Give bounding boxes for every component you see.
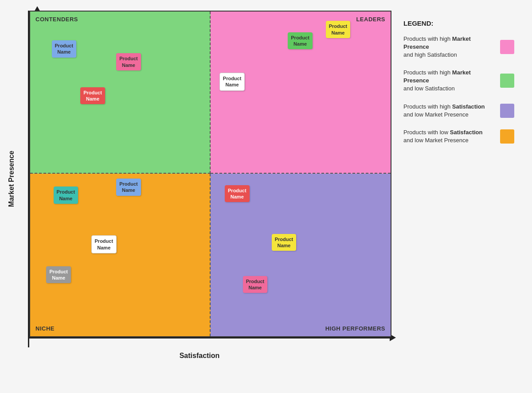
chart-area: Market Presence CONTENDERS ProductName — [4, 11, 395, 360]
quadrants: CONTENDERS ProductName ProductName Produ… — [29, 11, 391, 337]
product-card: ProductName — [225, 185, 250, 202]
product-card: ProductName — [272, 234, 297, 251]
chart-with-yaxis: Market Presence CONTENDERS ProductName — [8, 11, 391, 347]
legend-text-niche: Products with low Satisfactionand low Ma… — [403, 128, 496, 144]
leaders-label: LEADERS — [356, 16, 385, 23]
quadrant-grid: CONTENDERS ProductName ProductName Produ… — [29, 11, 391, 337]
legend-text-contenders: Products with high Market Presenceand lo… — [403, 69, 496, 93]
legend-item-highperf: Products with high Satisfactionand low M… — [403, 103, 514, 119]
legend-item-contenders: Products with high Market Presenceand lo… — [403, 69, 514, 93]
product-card: ProductName — [326, 21, 351, 38]
x-axis-line — [28, 337, 391, 339]
product-card: ProductName — [46, 266, 71, 284]
legend-color-highperf — [500, 104, 514, 118]
product-card: ProductName — [116, 179, 141, 196]
legend-title: LEGEND: — [403, 19, 514, 27]
product-card: ProductName — [91, 235, 117, 253]
product-card: ProductName — [116, 53, 141, 70]
legend-color-niche — [500, 129, 514, 144]
quadrant-leaders: LEADERS ProductName ProductName ProductN… — [211, 12, 391, 174]
product-card: ProductName — [54, 187, 78, 204]
highperf-label: HIGH PERFORMERS — [325, 325, 385, 332]
niche-label: NICHE — [35, 325, 55, 332]
product-card: ProductName — [243, 276, 268, 293]
legend-area: LEGEND: Products with high Market Presen… — [395, 11, 519, 159]
product-card: ProductName — [52, 40, 77, 58]
legend-color-leaders — [500, 40, 514, 54]
quadrant-highperf: HIGH PERFORMERS ProductName ProductName … — [211, 174, 391, 336]
legend-item-niche: Products with low Satisfactionand low Ma… — [403, 128, 514, 144]
chart-frame: CONTENDERS ProductName ProductName Produ… — [19, 11, 391, 347]
y-axis-label: Market Presence — [8, 151, 16, 207]
quadrant-contenders: CONTENDERS ProductName ProductName Produ… — [30, 12, 211, 174]
legend-item-leaders: Products with high Market Presenceand hi… — [403, 35, 514, 59]
legend-text-leaders: Products with high Market Presenceand hi… — [403, 35, 496, 59]
contenders-label: CONTENDERS — [35, 16, 78, 23]
legend-text-highperf: Products with high Satisfactionand low M… — [403, 103, 496, 119]
quadrant-niche: NICHE ProductName ProductName ProductNam… — [30, 174, 211, 336]
product-card: ProductName — [219, 73, 245, 91]
legend-color-contenders — [500, 74, 514, 88]
product-card: ProductName — [288, 32, 313, 50]
x-axis-label: Satisfaction — [180, 352, 220, 360]
product-card: ProductName — [80, 87, 105, 105]
main-container: Market Presence CONTENDERS ProductName — [4, 6, 528, 387]
